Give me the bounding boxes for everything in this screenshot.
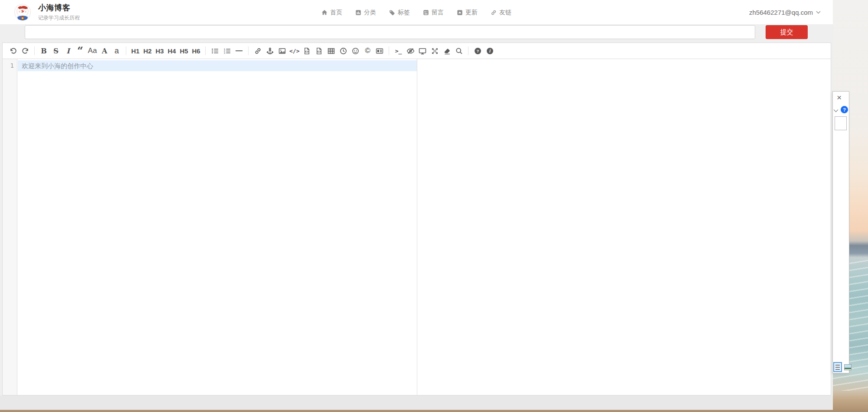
pagebreak-button[interactable] (373, 45, 386, 57)
info-button[interactable]: i (484, 45, 496, 57)
nav-item-category[interactable]: 分类 (355, 9, 376, 16)
h3-button[interactable]: H3 (154, 45, 166, 57)
undo-button[interactable] (7, 45, 19, 57)
h6-button[interactable]: H6 (190, 45, 202, 57)
quote-button[interactable]: “ (74, 47, 86, 54)
line-number: 1 (3, 60, 14, 71)
post-title-input[interactable] (25, 25, 755, 39)
redo-icon (22, 47, 29, 55)
editor-active-line[interactable]: 欢迎来到小海的创作中心 (18, 60, 417, 71)
chevron-down-icon (816, 11, 821, 14)
help-icon: ? (474, 47, 481, 55)
nav-label: 分类 (364, 9, 376, 16)
ordered-list-button[interactable]: 123 (221, 45, 233, 57)
toolbar-separator (205, 46, 206, 55)
editor-toolbar: B S I “ Aa A a H1 H2 H3 H4 H5 H6 123 — <… (3, 43, 831, 59)
goto-line-button[interactable]: >_ (392, 45, 404, 57)
question-help-icon[interactable]: ? (841, 106, 848, 113)
submit-button[interactable]: 提交 (766, 25, 808, 39)
toolbar-separator (248, 46, 249, 55)
unordered-list-button[interactable] (209, 45, 221, 57)
inline-code-button[interactable]: </> (288, 45, 301, 57)
html-entities-button[interactable]: © (361, 45, 373, 57)
image-view-icon[interactable] (844, 364, 852, 370)
h2-button[interactable]: H2 (141, 45, 154, 57)
redo-button[interactable] (19, 45, 31, 57)
emoji-button[interactable] (349, 45, 361, 57)
list-ol-icon: 123 (223, 47, 231, 55)
h1-button[interactable]: H1 (129, 45, 141, 57)
uppercase-button[interactable]: A (98, 45, 111, 57)
undo-icon (10, 47, 17, 55)
info-icon: i (486, 47, 494, 55)
clear-button[interactable] (441, 45, 453, 57)
friend-link-icon (491, 10, 497, 16)
site-logo-avatar[interactable] (14, 4, 31, 20)
fullscreen-button[interactable] (429, 45, 441, 57)
datetime-button[interactable] (337, 45, 349, 57)
nav-item-tags[interactable]: 标签 (389, 9, 410, 16)
list-ul-icon (211, 47, 219, 55)
header: 小海博客 记录学习成长历程 首页 分类 标签 留言 更新 (0, 0, 833, 25)
nav-item-friend-links[interactable]: 友链 (491, 9, 511, 16)
eye-slash-watch-icon (406, 47, 415, 55)
link-button[interactable] (252, 45, 264, 57)
pagebreak-icon (376, 47, 383, 55)
anchor-icon (266, 47, 274, 55)
image-icon (278, 47, 286, 55)
nav-item-home[interactable]: 首页 (321, 9, 342, 16)
toolbar-separator (389, 46, 389, 55)
markdown-preview-pane (417, 59, 831, 395)
editor-body: 1 欢迎来到小海的创作中心 (3, 59, 831, 395)
anchor-reference-link-button[interactable] (264, 45, 276, 57)
search-icon (455, 47, 463, 55)
preformatted-text-icon (303, 47, 311, 55)
preview-monitor-icon (419, 47, 426, 55)
toolbar-separator (34, 46, 35, 55)
italic-button[interactable]: I (62, 45, 74, 57)
popup-view-toggles (833, 362, 852, 372)
h4-button[interactable]: H4 (166, 45, 178, 57)
popup-input[interactable] (835, 116, 847, 130)
chevron-down-icon[interactable] (833, 109, 839, 112)
watch-toggle-button[interactable] (404, 45, 416, 57)
link-icon (254, 47, 262, 55)
close-icon[interactable]: × (837, 93, 842, 102)
bold-button[interactable]: B (38, 45, 50, 57)
eraser-icon (443, 47, 451, 55)
list-view-icon[interactable] (833, 362, 842, 372)
strikethrough-button[interactable]: S (50, 45, 62, 57)
site-title-block: 小海博客 记录学习成长历程 (38, 3, 80, 22)
insert-image-button[interactable] (276, 45, 288, 57)
code-block-button[interactable] (313, 45, 325, 57)
nav-label: 更新 (465, 9, 478, 16)
lowercase-button[interactable]: a (111, 45, 123, 57)
toolbar-separator (126, 46, 126, 55)
horizontal-rule-button[interactable]: — (233, 45, 245, 57)
site-subtitle: 记录学习成长历程 (38, 14, 80, 22)
nav-label: 留言 (432, 9, 444, 16)
nav-label: 标签 (398, 9, 410, 16)
toolbar-separator (468, 46, 468, 55)
user-account-dropdown[interactable]: zh56462271@qq.com (749, 0, 821, 25)
page: 小海博客 记录学习成长历程 首页 分类 标签 留言 更新 (0, 0, 833, 410)
table-icon (328, 47, 335, 55)
fullscreen-arrows-icon (431, 47, 439, 55)
editor-placeholder-text: 欢迎来到小海的创作中心 (18, 60, 417, 71)
preview-button[interactable] (416, 45, 429, 57)
tag-icon (389, 10, 395, 16)
main-nav: 首页 分类 标签 留言 更新 友链 (321, 0, 511, 25)
h5-button[interactable]: H5 (178, 45, 190, 57)
nav-item-updates[interactable]: 更新 (457, 9, 478, 16)
comments-icon (423, 10, 429, 16)
extension-popup-panel: × ? (832, 91, 849, 373)
search-button[interactable] (453, 45, 465, 57)
preformatted-text-button[interactable] (301, 45, 313, 57)
ucwords-button[interactable]: Aa (86, 45, 98, 57)
category-icon (355, 10, 361, 16)
nav-item-messages[interactable]: 留言 (423, 9, 444, 16)
nav-label: 首页 (330, 9, 342, 16)
help-button[interactable]: ? (472, 45, 484, 57)
cartoon-cat-avatar-icon (14, 4, 31, 20)
insert-table-button[interactable] (325, 45, 337, 57)
